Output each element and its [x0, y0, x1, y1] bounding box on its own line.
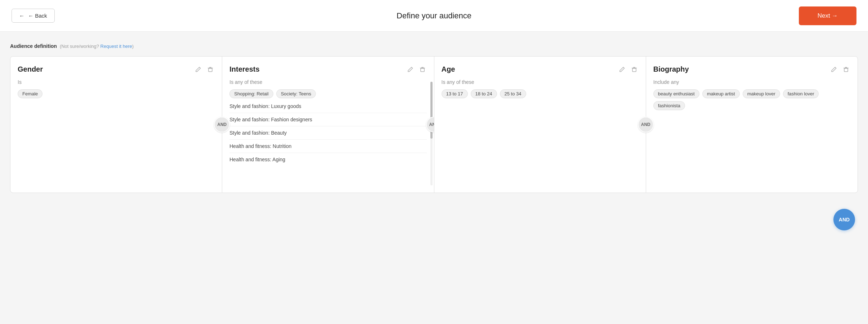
tag-13-17: 13 to 17 [442, 89, 468, 98]
gender-card-header: Gender [18, 65, 215, 73]
biography-card: Biography Include any [646, 57, 858, 193]
tag-fashionista: fashionista [653, 101, 685, 110]
interests-card-header: Interests [229, 65, 426, 73]
gender-card-actions [194, 66, 215, 73]
scrollbar-track[interactable] [430, 82, 433, 185]
interests-card-title: Interests [229, 65, 259, 73]
age-condition: Is any of these [442, 79, 639, 85]
biography-card-header: Biography [653, 65, 850, 73]
interests-card: Interests Is any of these [222, 57, 434, 193]
biography-edit-button[interactable] [829, 66, 838, 73]
next-button[interactable]: Next → [799, 6, 856, 25]
age-delete-button[interactable] [630, 66, 639, 73]
biography-delete-button[interactable] [842, 66, 850, 73]
gender-delete-button[interactable] [206, 66, 215, 73]
gender-edit-button[interactable] [194, 66, 202, 73]
back-arrow-icon: ← [19, 13, 24, 19]
interests-list: Style and fashion: Luxury goods Style an… [229, 100, 426, 166]
tag-25-34: 25 to 34 [500, 89, 526, 98]
interests-condition: Is any of these [229, 79, 426, 85]
biography-card-actions [829, 66, 850, 73]
audience-label-row: Audience definition (Not sure/working? R… [10, 43, 858, 49]
gender-card: Gender Is Fem [10, 57, 222, 193]
edit-icon [619, 67, 625, 72]
svg-rect-2 [632, 68, 636, 72]
list-item-luxury: Style and fashion: Luxury goods [229, 100, 426, 113]
trash-icon [631, 67, 637, 72]
trash-icon [843, 67, 849, 72]
audience-definition-label: Audience definition [10, 43, 57, 49]
gender-condition: Is [18, 79, 215, 85]
tag-makeup-artist: makeup artist [702, 89, 740, 98]
svg-rect-3 [844, 68, 848, 72]
tag-18-24: 18 to 24 [471, 89, 497, 98]
back-button[interactable]: ← ← Back [12, 9, 55, 23]
tag-shopping-retail: Shopping: Retail [229, 89, 273, 98]
age-card-actions [618, 66, 639, 73]
age-tags: 13 to 17 18 to 24 25 to 34 [442, 89, 639, 98]
next-label: Next → [818, 12, 838, 19]
list-item-nutrition: Health and fitness: Nutrition [229, 140, 426, 153]
age-card-title: Age [442, 65, 455, 73]
tag-makeup-lover: makeup lover [743, 89, 780, 98]
edit-icon [831, 67, 837, 72]
interests-delete-button[interactable] [418, 66, 427, 73]
gender-tags: Female [18, 89, 215, 98]
biography-condition: Include any [653, 79, 850, 85]
biography-card-title: Biography [653, 65, 689, 73]
svg-rect-0 [209, 68, 212, 72]
tag-society-teens: Society: Teens [276, 89, 316, 98]
header: ← ← Back Define your audience Next → [0, 0, 868, 32]
back-label: ← Back [28, 13, 47, 19]
cards-container: Gender Is Fem [10, 56, 858, 193]
and-badge-gender-interests: AND [214, 117, 230, 132]
trash-icon [420, 67, 425, 72]
age-card-header: Age [442, 65, 639, 73]
list-item-beauty: Style and fashion: Beauty [229, 126, 426, 140]
list-item-fashion-designers: Style and fashion: Fashion designers [229, 113, 426, 126]
age-card: Age Is any of these [434, 57, 646, 193]
interests-top-tags: Shopping: Retail Society: Teens [229, 89, 426, 98]
tag-beauty-enthusiast: beauty enthusiast [653, 89, 699, 98]
page-title: Define your audience [397, 11, 471, 21]
edit-icon [195, 67, 201, 72]
list-item-aging: Health and fitness: Aging [229, 153, 426, 166]
gender-card-title: Gender [18, 65, 43, 73]
biography-tags: beauty enthusiast makeup artist makeup l… [653, 89, 850, 110]
tag-female: Female [18, 89, 42, 98]
audience-definition-sub: (Not sure/working? Request it here) [60, 44, 134, 49]
main-content: Audience definition (Not sure/working? R… [0, 32, 868, 204]
add-and-button[interactable]: AND [833, 209, 855, 230]
tag-fashion-lover: fashion lover [783, 89, 819, 98]
interests-card-actions [406, 66, 427, 73]
request-link[interactable]: Request it here [100, 44, 132, 49]
edit-icon [407, 67, 413, 72]
trash-icon [207, 67, 213, 72]
svg-rect-1 [421, 68, 424, 72]
and-badge-interests-age: AND [426, 117, 434, 132]
age-edit-button[interactable] [618, 66, 626, 73]
and-badge-age-biography: AND [638, 117, 654, 132]
interests-edit-button[interactable] [406, 66, 415, 73]
